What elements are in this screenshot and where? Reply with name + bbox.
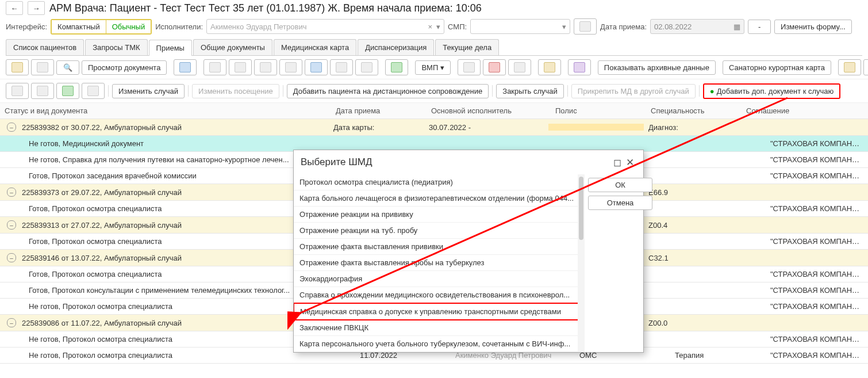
cell-agr: "СТРАХОВАЯ КОМПАНИЯ "С... bbox=[766, 201, 868, 216]
tab-patients[interactable]: Список пациентов bbox=[6, 39, 84, 55]
show-archive-button[interactable]: Показывать архивные данные bbox=[598, 60, 716, 75]
executor-clear-icon[interactable]: × bbox=[428, 22, 432, 31]
close-case-button[interactable]: Закрыть случай bbox=[496, 84, 564, 98]
shmd-item[interactable]: Протокол осмотра специалиста (педиатрия) bbox=[294, 174, 585, 190]
tool-9[interactable] bbox=[458, 59, 481, 75]
refresh-button[interactable] bbox=[31, 59, 54, 75]
col-agr[interactable]: Соглашение bbox=[742, 103, 868, 119]
dialog-ok-button[interactable]: ОК bbox=[588, 178, 652, 192]
interface-compact-button[interactable]: Компактный bbox=[52, 20, 106, 33]
tool-15[interactable] bbox=[863, 59, 868, 75]
chevron-down-icon[interactable]: ▾ bbox=[433, 21, 443, 32]
cell-spec: Терапия bbox=[670, 348, 766, 363]
card-button[interactable] bbox=[174, 59, 197, 75]
tool-8[interactable] bbox=[385, 59, 408, 75]
tool-12[interactable] bbox=[538, 59, 561, 75]
change-case-button[interactable]: Изменить случай bbox=[112, 84, 185, 98]
refresh-2[interactable] bbox=[56, 83, 79, 99]
vmp-button[interactable]: ВМП ▾ bbox=[415, 60, 450, 75]
page-title: АРМ Врача: Пациент - Тест Тест Тест 35 л… bbox=[49, 2, 482, 14]
shmd-item[interactable]: Карта больного лечащегося в физиотерапев… bbox=[294, 190, 585, 207]
tool-6[interactable] bbox=[330, 59, 353, 75]
clock-icon[interactable] bbox=[82, 83, 105, 99]
change-form-button[interactable]: Изменить форму... bbox=[774, 20, 852, 34]
collapse-icon[interactable]: – bbox=[7, 318, 16, 327]
date-extra-button[interactable]: - bbox=[748, 20, 771, 34]
shmd-item[interactable]: Отражение факта выставления пробы на туб… bbox=[294, 255, 585, 271]
cell-status: –225839373 от 29.07.22, Амбулаторный слу… bbox=[0, 184, 329, 200]
date-label: Дата приема: bbox=[600, 22, 647, 31]
cell-spec bbox=[670, 336, 766, 343]
collapse-icon[interactable]: – bbox=[7, 123, 16, 132]
col-polis[interactable]: Полис bbox=[551, 103, 646, 119]
list-mode-2[interactable] bbox=[31, 83, 54, 99]
shmd-item[interactable]: Справка о прохождении медицинского освид… bbox=[294, 287, 585, 303]
smp-extra-button[interactable] bbox=[574, 18, 597, 35]
smp-select[interactable]: ▾ bbox=[470, 19, 570, 34]
tool-3[interactable] bbox=[254, 59, 277, 75]
tab-tmk[interactable]: Запросы ТМК bbox=[85, 39, 147, 55]
dialog-cancel-button[interactable]: Отмена bbox=[588, 196, 652, 210]
tool-14[interactable] bbox=[838, 59, 861, 75]
add-doc-to-case-button[interactable]: ●Добавить доп. документ к случаю bbox=[703, 83, 841, 99]
tool-10[interactable] bbox=[483, 59, 506, 75]
sanatorium-card-button[interactable]: Санаторно курортная карта bbox=[723, 60, 831, 75]
tool-1[interactable] bbox=[203, 59, 226, 75]
shmd-item[interactable]: Эхокардиография bbox=[294, 271, 585, 287]
nav-back-button[interactable]: ← bbox=[6, 1, 23, 15]
add-remote-button[interactable]: Добавить пациента на дистанционное сопро… bbox=[287, 84, 489, 98]
collapse-icon[interactable]: – bbox=[7, 220, 16, 230]
tab-medcard[interactable]: Медицинская карта bbox=[274, 39, 356, 55]
calendar-icon[interactable]: ▦ bbox=[733, 22, 740, 31]
tool-13[interactable] bbox=[568, 59, 591, 75]
cell-spec bbox=[670, 205, 766, 212]
cell-spec bbox=[670, 156, 766, 163]
cell-agr: "СТРАХОВАЯ КОМПАНИЯ "С... bbox=[766, 234, 868, 249]
tab-common-docs[interactable]: Общие документы bbox=[193, 39, 272, 55]
tool-5[interactable] bbox=[305, 59, 328, 75]
cell-agr: "СТРАХОВАЯ КОМПАНИЯ "С... bbox=[766, 136, 868, 151]
shmd-item[interactable]: Заключение ПВКЦК bbox=[294, 320, 585, 336]
col-date[interactable]: Дата приема bbox=[331, 103, 427, 119]
cell-agr: "СТРАХОВАЯ КОМПАНИЯ "С... bbox=[766, 348, 868, 363]
nav-forward-button[interactable]: → bbox=[28, 1, 45, 15]
tab-disp[interactable]: Диспансеризация bbox=[358, 39, 434, 55]
tool-2[interactable] bbox=[229, 59, 252, 75]
col-status[interactable]: Статус и вид документа bbox=[0, 103, 331, 119]
interface-label: Интерфейс: bbox=[6, 22, 47, 31]
cell-agr bbox=[739, 124, 868, 131]
col-spec[interactable]: Специальность bbox=[646, 103, 742, 119]
list-mode-1[interactable] bbox=[6, 83, 29, 99]
collapse-icon[interactable]: – bbox=[7, 253, 16, 262]
cell-agr: "СТРАХОВАЯ КОМПАНИЯ "С... bbox=[766, 331, 868, 347]
tab-visits[interactable]: Приемы bbox=[149, 40, 192, 56]
tab-current[interactable]: Текущие дела bbox=[435, 39, 499, 55]
tool-11[interactable] bbox=[508, 59, 531, 75]
shmd-item[interactable]: Отражение реакции на прививку bbox=[294, 207, 585, 223]
dialog-close-icon[interactable]: ✕ bbox=[624, 156, 636, 169]
collapse-icon[interactable]: – bbox=[7, 188, 16, 197]
shmd-item[interactable]: Медицинская справка о допуске к управлен… bbox=[294, 303, 585, 320]
dialog-maximize-icon[interactable]: ◻ bbox=[611, 156, 624, 169]
select-shmd-dialog: Выберите ШМД ◻ ✕ Протокол осмотра специа… bbox=[293, 150, 644, 353]
table-row[interactable]: –225839382 от 30.07.22, Амбулаторный слу… bbox=[0, 119, 868, 136]
shmd-item[interactable]: Карта персонального учета больного тубер… bbox=[294, 336, 585, 352]
open-button[interactable] bbox=[6, 59, 29, 75]
interface-normal-button[interactable]: Обычный bbox=[106, 20, 151, 33]
view-document-button[interactable]: Просмотр документа bbox=[82, 60, 167, 75]
cell-polis bbox=[548, 124, 644, 131]
search-icon[interactable]: 🔍 bbox=[56, 60, 79, 75]
tool-7[interactable] bbox=[355, 59, 378, 75]
cell-agr: "СТРАХОВАЯ КОМПАНИЯ "С... bbox=[766, 152, 868, 167]
scrollbar[interactable] bbox=[578, 174, 585, 352]
shmd-item[interactable]: Отражение реакции на туб. пробу bbox=[294, 223, 585, 239]
chevron-down-icon[interactable]: ▾ bbox=[559, 21, 569, 32]
executor-select[interactable]: Акименко Эдуард Петрович × ▾ bbox=[206, 19, 444, 34]
appointment-date-input[interactable]: 02.08.2022 ▦ bbox=[650, 19, 744, 34]
cell-status: –225839313 от 27.07.22, Амбулаторный слу… bbox=[0, 217, 329, 233]
tool-4[interactable] bbox=[279, 59, 302, 75]
shmd-item[interactable]: Отражение факта выставления прививки bbox=[294, 239, 585, 255]
smp-label: СМП: bbox=[448, 22, 467, 31]
col-exec[interactable]: Основной исполнитель bbox=[427, 103, 551, 119]
dialog-title: Выберите ШМД bbox=[301, 156, 372, 168]
